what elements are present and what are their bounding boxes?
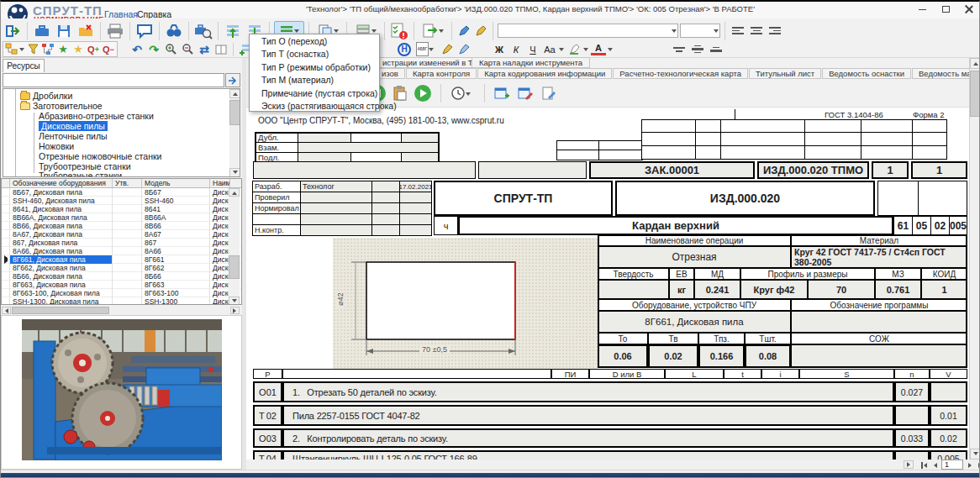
- table-row[interactable]: 8Г663, Дисковая пила8Г663Дисковая: [2, 281, 241, 289]
- document-hscrollbar[interactable]: 1: [246, 460, 980, 470]
- op-row-text[interactable]: Пила 2257-0155 ГОСТ 4047-82: [282, 405, 894, 426]
- edit-window-icon[interactable]: [515, 83, 535, 103]
- profile-cell[interactable]: Круг ф42: [740, 280, 808, 299]
- table-row[interactable]: 8В66, Дисковая пила8В66Дисковая: [2, 222, 241, 230]
- bold-button[interactable]: Ж: [492, 42, 507, 56]
- scroll-left-icon[interactable]: [2, 307, 11, 314]
- redo-icon[interactable]: ↷: [146, 42, 161, 57]
- highlight-icon[interactable]: [566, 42, 582, 57]
- op-row-type[interactable]: О01: [253, 381, 282, 402]
- last-page-button[interactable]: [976, 460, 980, 470]
- material-cell[interactable]: Круг 42 ГОСТ 7417-75 / Ст4сп ГОСТ 380-20…: [791, 246, 967, 268]
- op-row-n[interactable]: 0.027: [894, 381, 930, 402]
- tree-item-drobilki[interactable]: Дробилки: [20, 91, 72, 101]
- swap-icon[interactable]: ⇄: [197, 42, 212, 57]
- page-number-input[interactable]: 1: [941, 460, 963, 470]
- close-document-icon[interactable]: [76, 21, 96, 41]
- sozh-cell[interactable]: [791, 344, 967, 368]
- table-row[interactable]: 8А67, Дисковая пила8А67Дисковая: [2, 230, 241, 239]
- koid-cell[interactable]: 1: [921, 280, 967, 299]
- scroll-thumb[interactable]: [229, 100, 240, 125]
- table-row[interactable]: SSH-460, Дисковая пилаSSH-460Дисковая: [2, 197, 241, 205]
- scroll-thumb[interactable]: [970, 71, 980, 117]
- run-icon[interactable]: [413, 83, 433, 103]
- operation-name-cell[interactable]: Отрезная: [598, 246, 791, 268]
- length-cell[interactable]: 70: [808, 280, 875, 299]
- format-brush-icon[interactable]: [440, 42, 455, 57]
- menu-item-sketch[interactable]: Эскиз (растягивающаяся строка): [250, 100, 379, 113]
- tree-item-otreznye[interactable]: Отрезные ножовочные станки: [39, 151, 161, 161]
- zoom-in-q-icon[interactable]: Q+: [86, 42, 101, 57]
- hardness-cell[interactable]: [598, 280, 669, 299]
- star-yellow-icon[interactable]: ★: [71, 42, 86, 57]
- format-clear-icon[interactable]: [456, 42, 472, 57]
- zoom-out-q-icon[interactable]: Q−: [101, 42, 116, 57]
- text-edit-icon[interactable]: [473, 24, 488, 39]
- operation-sketch[interactable]: ⌀42 70 ±0,5: [333, 238, 598, 369]
- zoom-in-icon[interactable]: [163, 42, 178, 57]
- sign-date[interactable]: 17.02.2021: [399, 181, 432, 192]
- tab-title-sheet[interactable]: Титульный лист: [749, 68, 821, 79]
- scroll-thumb[interactable]: [12, 307, 109, 314]
- add-window-icon[interactable]: [492, 83, 512, 103]
- next-page-button[interactable]: [965, 460, 976, 470]
- menu-item-type-m[interactable]: Тип М (материал): [250, 74, 379, 87]
- scroll-down-icon[interactable]: [229, 297, 240, 305]
- maximize-button[interactable]: [934, 2, 957, 17]
- sign-out-icon[interactable]: [3, 21, 23, 41]
- time-norm-button[interactable]: [446, 83, 475, 103]
- tsht-cell[interactable]: 0.08: [745, 344, 791, 368]
- menu-item-note[interactable]: Примечание (пустая строка): [250, 87, 379, 100]
- edit-document-icon[interactable]: [539, 83, 559, 103]
- underline-button[interactable]: Ч: [525, 42, 540, 56]
- tab-tech-card[interactable]: Расчетно-технологическая карта: [613, 68, 748, 79]
- table-scrollbar[interactable]: [229, 188, 240, 305]
- scroll-thumb[interactable]: [229, 255, 240, 279]
- pages-icon[interactable]: [213, 42, 229, 57]
- menu-item-type-t[interactable]: Тип Т (оснастка): [250, 48, 379, 61]
- table-row[interactable]: 8В66А, Дисковая пила8В66АДисковая: [2, 213, 241, 222]
- tab-coding-card[interactable]: Карта кодирования информации: [477, 68, 612, 79]
- sheets-total-cell[interactable]: 1: [911, 161, 967, 179]
- op-row-text[interactable]: 1. Отрезать 50 деталей по эскизу.: [282, 381, 894, 402]
- sheet-number-cell[interactable]: 1: [872, 161, 909, 179]
- op-row-v[interactable]: 0.02: [930, 428, 967, 448]
- font-name-combo[interactable]: [498, 24, 678, 38]
- tv-cell[interactable]: 0.02: [648, 344, 698, 368]
- mz-cell[interactable]: 0.761: [875, 280, 921, 299]
- tab-control-card[interactable]: Карта контроля: [406, 68, 477, 79]
- search-input[interactable]: [3, 73, 224, 87]
- font-size-input[interactable]: [681, 24, 714, 37]
- caps-button[interactable]: Aa: [542, 42, 557, 56]
- op-row-v[interactable]: 0.01: [930, 405, 967, 426]
- table-header[interactable]: Обозначение оборудования Утв. Модель Наи…: [2, 179, 241, 188]
- table-row[interactable]: 8А66, Дисковая пила8А66Дисковая: [2, 247, 241, 255]
- op-row-n[interactable]: [894, 405, 930, 426]
- font-size-combo[interactable]: [680, 24, 720, 38]
- font-name-input[interactable]: [498, 24, 672, 37]
- equipment-cell[interactable]: 8Г661, Дисковая пила: [598, 311, 791, 333]
- export-button[interactable]: [419, 21, 447, 41]
- valign-middle-icon[interactable]: [689, 43, 706, 56]
- program-cell[interactable]: [791, 311, 967, 333]
- ev-cell[interactable]: кг: [669, 280, 694, 299]
- table-row[interactable]: 8Б66, Дисковая пила8Б66Дисковая: [2, 272, 241, 281]
- abc-pages-button[interactable]: АБВГ: [413, 39, 438, 60]
- op-row-type[interactable]: О03: [253, 428, 282, 448]
- product-code-cell[interactable]: ИЗД.000.020 ТПМО: [757, 161, 869, 179]
- case-search-icon[interactable]: [193, 21, 213, 41]
- table-hscrollbar[interactable]: [1, 306, 242, 315]
- align-right-icon[interactable]: [767, 24, 783, 38]
- tree-item-abrazivno[interactable]: Абразивно-отрезные станки: [39, 111, 154, 121]
- op-row-text[interactable]: 2. Контролировать деталь по эскизу.: [282, 428, 894, 448]
- save-icon[interactable]: [54, 21, 74, 41]
- search-icon[interactable]: [164, 21, 184, 41]
- normirovanie-icon[interactable]: Н: [398, 43, 411, 56]
- italic-button[interactable]: К: [508, 42, 524, 56]
- undo-icon[interactable]: ↶: [129, 42, 145, 57]
- document-vscrollbar[interactable]: [969, 58, 980, 460]
- menu-item-type-o[interactable]: Тип О (переход): [250, 34, 379, 48]
- tab-change-registration[interactable]: истрации изменений в ТП: [371, 57, 487, 68]
- op-row-n[interactable]: 0.033: [894, 428, 930, 448]
- op-row-v[interactable]: [930, 381, 967, 402]
